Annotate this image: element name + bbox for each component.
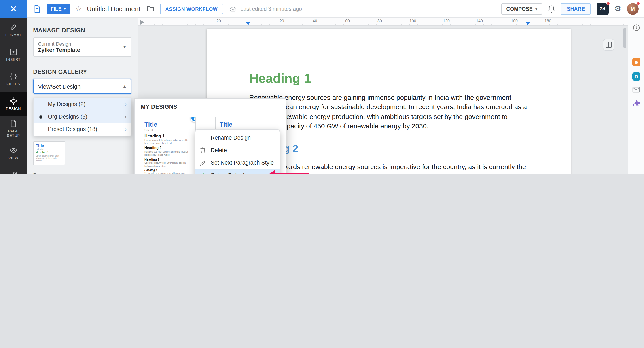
notebook-app-icon[interactable] <box>632 58 640 66</box>
share-button[interactable]: SHARE <box>561 3 591 14</box>
preview-body: Nulla cursus nibh sed est tincidunt, feu… <box>144 150 192 156</box>
chevron-right-icon: › <box>125 126 126 132</box>
manage-design-heading: MANAGE DESIGN <box>33 27 132 34</box>
sidebar-item-view[interactable]: VIEW <box>0 141 27 166</box>
preview-subtitle: Sub Title <box>144 129 192 132</box>
design-gallery-heading: DESIGN GALLERY <box>33 68 132 75</box>
current-design-thumbnail[interactable]: Title Sub Title Heading 1 Lorem ipsum do… <box>33 141 65 165</box>
ruler-number: 60 <box>345 19 350 23</box>
preview-title: Title <box>220 121 266 128</box>
menu-item-label: Delete <box>211 147 227 154</box>
preview-title: Title <box>144 121 192 128</box>
menu-item-set-as-default[interactable]: Set as Default <box>196 169 280 174</box>
braces-icon <box>10 72 18 80</box>
preview-body: Suspendisse eros arcu, vestibulum quis. <box>144 172 192 174</box>
favorite-star-icon[interactable]: ☆ <box>76 5 82 13</box>
thumb-body: Lorem ipsum dolor sit amet adipiscing el… <box>36 154 62 162</box>
notification-dot <box>606 2 610 5</box>
docs-app-icon[interactable]: D <box>632 72 640 80</box>
pen-icon <box>200 160 211 166</box>
left-icon-rail: FORMAT INSERT FIELDS DESIGN PAGE SETUP V… <box>0 18 27 174</box>
current-design-selector[interactable]: Current Design Zylker Template ▼ <box>33 37 132 57</box>
avatar[interactable]: M <box>627 3 639 14</box>
folder-icon[interactable] <box>146 5 154 12</box>
last-edited-status: Last edited 3 minutes ago <box>240 6 302 12</box>
pen-icon <box>10 23 18 31</box>
design-panel: MANAGE DESIGN Current Design Zylker Temp… <box>27 18 138 174</box>
horizontal-ruler[interactable]: 2020406080100120140160180 <box>138 18 628 26</box>
rail-label: PAGE SETUP <box>2 129 24 138</box>
mail-app-icon[interactable] <box>632 87 640 92</box>
thumb-subtitle: Sub Title <box>36 148 62 151</box>
annotation-arrow <box>268 170 310 174</box>
chevron-up-icon: ▲ <box>122 84 126 88</box>
document-title[interactable]: Untitled Document <box>87 5 140 12</box>
sidebar-item-tools[interactable]: TOOLS <box>0 166 27 174</box>
menu-item-label: Set Next Paragraph Style <box>211 160 274 166</box>
design-icon <box>10 97 18 105</box>
menu-item-my-designs[interactable]: My Designs (2) › <box>34 98 131 110</box>
zia-assistant-icon[interactable]: ZA <box>596 3 609 14</box>
left-indent-marker[interactable] <box>246 22 250 27</box>
preview-body: Lorem ipsum dolor sit amet adipiscing el… <box>144 139 192 145</box>
doc-heading-2: Heading 2 <box>249 143 528 155</box>
topbar-right-group: COMPOSE ▾ SHARE ZA ⚙ M <box>501 3 644 14</box>
design-source-menu: My Designs (2) › Org Designs (5) › Prese… <box>33 98 132 136</box>
chevron-down-icon: ▾ <box>64 7 66 11</box>
preview-heading2: Heading 2 <box>144 146 192 150</box>
design-context-menu: Rename Design Delete Set Next Paragraph … <box>195 129 280 174</box>
menu-item-delete[interactable]: Delete <box>196 144 280 156</box>
preview-heading1: Heading 1 <box>144 133 192 138</box>
ruler-number: 100 <box>410 19 416 23</box>
preview-heading3: Heading 3 <box>144 158 192 161</box>
file-menu-label: FILE <box>50 6 62 12</box>
sidebar-item-format[interactable]: FORMAT <box>0 18 27 42</box>
sidebar-item-fields[interactable]: FIELDS <box>0 67 27 92</box>
ruler-number: 140 <box>476 19 483 23</box>
preview-heading4: Heading 4 <box>144 169 192 172</box>
bell-icon[interactable] <box>548 5 555 13</box>
menu-item-set-next-paragraph-style[interactable]: Set Next Paragraph Style <box>196 156 280 169</box>
trash-icon <box>200 147 211 154</box>
extensions-puzzle-icon[interactable] <box>632 99 640 107</box>
design-card-testing[interactable]: Title Sub Title Heading 1 Lorem ipsum do… <box>140 117 196 174</box>
current-design-label: Current Design <box>38 41 80 46</box>
thumb-title: Title <box>36 144 62 148</box>
vertical-scrollbar[interactable] <box>624 28 626 48</box>
avatar-initial: M <box>631 6 635 12</box>
menu-item-preset-designs[interactable]: Preset Designs (18) › <box>34 123 131 136</box>
document-icon <box>33 5 41 13</box>
rail-label: INSERT <box>6 58 20 62</box>
chevron-right-icon: › <box>125 101 126 107</box>
ruler-number: 80 <box>378 19 382 23</box>
sidebar-item-page-setup[interactable]: PAGE SETUP <box>0 116 27 141</box>
view-set-design-label: View/Set Design <box>38 83 80 90</box>
sidebar-item-insert[interactable]: INSERT <box>0 42 27 67</box>
green-pen-icon <box>200 172 211 174</box>
file-menu-button[interactable]: FILE ▾ <box>46 3 70 14</box>
assign-workflow-label: ASSIGN WORKFLOW <box>165 6 218 12</box>
compose-label: COMPOSE <box>506 6 533 12</box>
close-button[interactable]: ✕ <box>0 0 27 18</box>
menu-item-label: Org Designs (5) <box>48 114 87 120</box>
arrow-head <box>268 170 275 174</box>
page-layout-toggle-button[interactable] <box>603 39 614 50</box>
view-set-design-dropdown[interactable]: View/Set Design ▲ <box>33 79 132 94</box>
right-indent-marker[interactable] <box>526 22 530 27</box>
top-bar: ✕ FILE ▾ ☆ Untitled Document ASSIGN WORK… <box>0 0 644 18</box>
chevron-right-icon: › <box>125 114 126 120</box>
menu-item-rename-design[interactable]: Rename Design <box>196 132 280 144</box>
info-icon[interactable] <box>632 24 640 31</box>
assign-workflow-button[interactable]: ASSIGN WORKFLOW <box>160 3 223 14</box>
compose-button[interactable]: COMPOSE ▾ <box>501 3 542 14</box>
sidebar-item-design[interactable]: DESIGN <box>0 92 27 116</box>
share-label: SHARE <box>567 6 585 12</box>
menu-item-label: Rename Design <box>211 135 251 141</box>
rail-label: DESIGN <box>6 107 21 111</box>
ruler-corner-marker <box>140 20 146 24</box>
right-app-strip: D <box>628 18 644 174</box>
menu-item-org-designs[interactable]: Org Designs (5) › <box>34 110 131 123</box>
current-design-value: Zylker Template <box>38 47 80 53</box>
eye-icon <box>10 146 18 154</box>
gear-icon[interactable]: ⚙ <box>614 4 622 14</box>
